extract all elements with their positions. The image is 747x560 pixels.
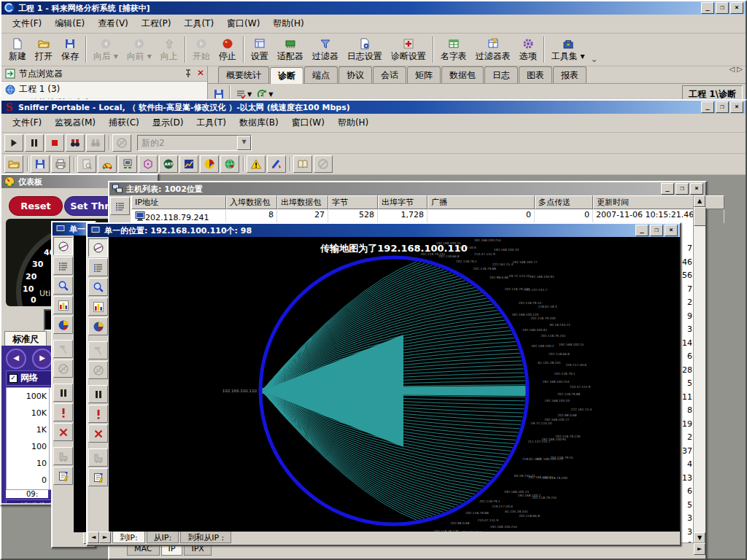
options-toolbar-button[interactable]: 选项 xyxy=(515,36,541,64)
scroll-right-icon[interactable]: ► xyxy=(694,543,705,555)
tab-3[interactable]: 协议 xyxy=(338,66,372,83)
detail-list-button[interactable] xyxy=(88,258,108,276)
chevron-down-icon[interactable]: ▼ xyxy=(237,136,251,150)
map-tab-0[interactable]: 到IP: xyxy=(112,532,145,543)
minimize-button[interactable]: _ xyxy=(635,225,649,236)
art-button[interactable]: ART xyxy=(159,155,178,173)
printer-button[interactable] xyxy=(51,155,70,173)
protocol-pie-button[interactable] xyxy=(200,155,219,173)
delete-button[interactable] xyxy=(53,423,73,441)
maximize-button[interactable]: ❐ xyxy=(716,2,729,14)
name-table-toolbar-button[interactable]: 名字表 xyxy=(436,36,471,64)
map-titlebar[interactable]: 单一的位置: 192.168.100.110个: 98 _ ❐ × xyxy=(88,224,680,237)
diagnosis-settings-toolbar-button[interactable]: 诊断设置 xyxy=(387,36,430,64)
tab-scroll-arrows[interactable]: ◁ ▷ xyxy=(729,65,743,73)
save-button[interactable] xyxy=(31,155,50,173)
properties-button[interactable] xyxy=(88,468,108,486)
scroll-left-button[interactable]: ◀ xyxy=(6,349,26,369)
traffic-map-button[interactable] xyxy=(88,238,108,257)
pause-button[interactable] xyxy=(53,384,73,402)
sniffer-menu-5[interactable]: 数据库(B) xyxy=(233,115,285,131)
pin-icon[interactable] xyxy=(182,68,194,79)
stop-toolbar-button[interactable]: 停止 xyxy=(214,36,241,64)
toolbar-overflow-icon[interactable]: ⌄ xyxy=(591,54,598,64)
pie-chart-button[interactable] xyxy=(53,316,73,334)
column-header-4[interactable]: 出埠字节 xyxy=(378,195,427,209)
book-button[interactable] xyxy=(293,155,312,173)
minimize-button[interactable]: _ xyxy=(701,2,714,14)
sniffer-titlebar[interactable]: S Sniffer Portable - Local, （ 软件由-高显嵩-修改… xyxy=(1,101,746,114)
capsa-menu-6[interactable]: 帮助(H) xyxy=(266,16,310,31)
sniffer-menu-7[interactable]: 帮助(H) xyxy=(331,115,375,131)
tab-scroll-right-icon[interactable]: ► xyxy=(99,532,111,543)
properties-button[interactable] xyxy=(53,467,73,485)
dashboard-button[interactable] xyxy=(98,155,117,173)
scroll-right-button[interactable]: ▶ xyxy=(32,349,53,369)
column-header-6[interactable]: 多点传送 xyxy=(535,195,593,209)
sniffer-menu-6[interactable]: 窗口(W) xyxy=(285,115,331,131)
table-header-row[interactable]: IP地址入埠数据包出埠数据包字节出埠字节广播多点传送更新时间 xyxy=(131,195,694,209)
table-row[interactable]: 202.118.79.2418275281,728002007-11-06 10… xyxy=(131,209,694,223)
pie-chart-button[interactable] xyxy=(88,317,108,335)
capsa-menu-5[interactable]: 窗口(W) xyxy=(220,16,266,31)
reset-button[interactable]: Reset xyxy=(9,196,63,216)
minimize-button[interactable]: _ xyxy=(701,101,714,113)
close-button[interactable]: × xyxy=(690,183,703,195)
detail-list-button[interactable] xyxy=(53,257,73,275)
sniffer-menu-3[interactable]: 显示(D) xyxy=(146,115,190,131)
capsa-menu-2[interactable]: 查看(V) xyxy=(91,16,135,31)
capsa-menu-0[interactable]: 文件(F) xyxy=(6,16,48,31)
tab-1[interactable]: 诊断 xyxy=(270,67,303,84)
play-button[interactable] xyxy=(4,134,23,152)
vertical-scrollbar[interactable]: ▲ ▼ xyxy=(693,195,705,544)
stop-square-button[interactable] xyxy=(45,134,64,152)
tab-9[interactable]: 报表 xyxy=(553,66,587,83)
tab-8[interactable]: 图表 xyxy=(519,66,552,83)
column-header-2[interactable]: 出埠数据包 xyxy=(277,195,328,209)
scroll-up-icon[interactable]: ▲ xyxy=(694,195,705,207)
checkbox-checked-icon[interactable]: ✓ xyxy=(9,374,18,383)
tab-scroll-left-icon[interactable]: ◄ xyxy=(88,532,99,543)
checkbox-icon[interactable] xyxy=(9,503,18,504)
capsa-menu-1[interactable]: 编辑(E) xyxy=(48,16,91,31)
hostlist-titlebar[interactable]: 主机列表: 1002位置 _ ❐ × xyxy=(109,182,705,195)
history-chart-button[interactable] xyxy=(179,155,198,173)
sniffer-menu-2[interactable]: 捕获(C) xyxy=(102,115,146,131)
toolbox-toolbar-button[interactable]: 工具集 ▾ xyxy=(547,36,589,64)
capsa-menu-4[interactable]: 工具(T) xyxy=(177,16,220,31)
close-button[interactable]: × xyxy=(730,101,743,113)
sniffer-menu-0[interactable]: 文件(F) xyxy=(6,115,48,131)
filter-toolbar-button[interactable]: 过滤器 xyxy=(308,36,343,64)
tab-4[interactable]: 会话 xyxy=(373,66,406,83)
traffic-map-canvas[interactable]: 202.118.79.241192.168.100.2192.168.100.1… xyxy=(109,237,680,532)
panel-close-icon[interactable]: ✕ xyxy=(197,68,204,79)
detail-list-button[interactable] xyxy=(110,197,130,215)
matrix-button[interactable] xyxy=(139,155,158,173)
global-stats-button[interactable] xyxy=(220,155,239,173)
bar-chart-button[interactable] xyxy=(88,298,108,316)
profile-combobox[interactable]: 新的2▼ xyxy=(137,135,252,151)
maximize-button[interactable]: ❐ xyxy=(650,225,663,236)
adapter-toolbar-button[interactable]: 适配器 xyxy=(273,36,308,64)
paintbrush-button[interactable] xyxy=(267,155,286,173)
tab-standard-scale[interactable]: 标准尺 xyxy=(4,331,47,347)
maximize-button[interactable]: ❐ xyxy=(676,183,689,195)
alarm-button[interactable] xyxy=(247,155,266,173)
open-folder-button[interactable] xyxy=(4,155,23,173)
tab-2[interactable]: 端点 xyxy=(304,66,338,83)
column-header-1[interactable]: 入埠数据包 xyxy=(226,195,277,209)
new-document-toolbar-button[interactable]: 新建 xyxy=(4,36,31,64)
log-settings-toolbar-button[interactable]: 日志设置 xyxy=(343,36,387,64)
column-header-5[interactable]: 广播 xyxy=(427,195,535,209)
close-button[interactable]: × xyxy=(730,2,743,14)
capture-binoculars-button[interactable] xyxy=(66,134,85,152)
column-header-0[interactable]: IP地址 xyxy=(131,195,226,209)
maximize-button[interactable]: ❐ xyxy=(716,101,729,113)
column-header-3[interactable]: 字节 xyxy=(328,195,378,209)
sniffer-menu-4[interactable]: 工具(T) xyxy=(190,115,233,131)
tab-6[interactable]: 数据包 xyxy=(441,66,484,83)
settings-toolbar-button[interactable]: 设置 xyxy=(247,36,273,64)
minimize-button[interactable]: _ xyxy=(661,183,674,195)
zoom-button[interactable] xyxy=(88,278,108,296)
capsa-menu-3[interactable]: 工程(P) xyxy=(135,16,178,31)
